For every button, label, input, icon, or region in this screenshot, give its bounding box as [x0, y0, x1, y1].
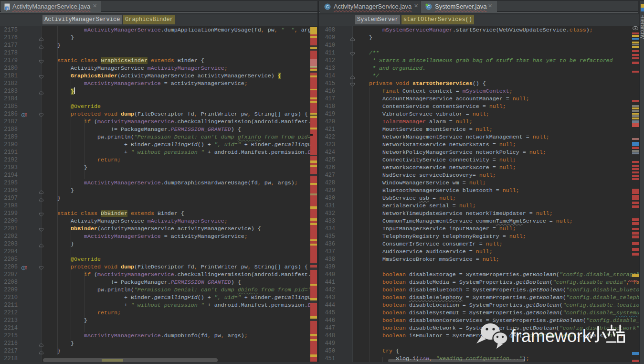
- svg-text:framework: framework: [511, 326, 591, 346]
- svg-text:j: j: [6, 6, 8, 11]
- svg-text:C: C: [326, 4, 329, 9]
